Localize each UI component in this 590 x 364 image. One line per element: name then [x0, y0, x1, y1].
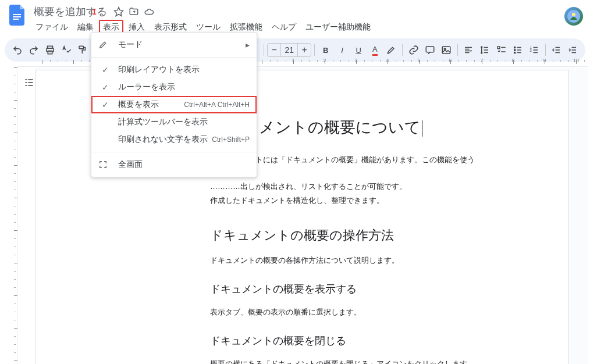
highlight-button[interactable] [383, 42, 399, 58]
indent-increase-button[interactable] [565, 42, 581, 58]
menu-accessibility[interactable]: ユーザー補助機能 [301, 20, 375, 35]
svg-rect-12 [497, 47, 500, 49]
font-size-value[interactable]: 21 [280, 44, 298, 56]
link-button[interactable] [406, 42, 421, 58]
menu-help[interactable]: ヘルプ [268, 20, 300, 35]
cloud-status-icon[interactable] [143, 6, 155, 17]
font-size-control: − 21 + [267, 43, 311, 57]
document-title[interactable]: 概要を追加する [31, 5, 109, 19]
dd-nonprint-shortcut: Ctrl+Shift+P [212, 135, 250, 144]
paint-format-button[interactable] [75, 42, 91, 58]
paragraph[interactable]: 表示タブ、概要の表示の順番に選択します。 [210, 306, 487, 319]
dd-ruler[interactable]: ✓ ルーラーを表示 [91, 78, 257, 96]
dd-print-layout-label: 印刷レイアウトを表示 [118, 65, 250, 75]
dd-fullscreen-label: 全画面 [118, 159, 250, 170]
svg-rect-10 [442, 47, 450, 53]
image-button[interactable] [438, 42, 454, 58]
italic-button[interactable]: I [334, 42, 350, 58]
heading-2[interactable]: ドキュメントの概要の操作方法 [210, 227, 487, 244]
move-folder-icon[interactable] [128, 6, 140, 17]
svg-point-4 [572, 13, 575, 16]
redo-button[interactable] [26, 42, 41, 58]
dd-outline-label: 概要を表示 [118, 99, 184, 110]
svg-rect-1 [13, 16, 21, 17]
font-size-increase[interactable]: + [298, 45, 311, 55]
account-avatar[interactable] [564, 7, 583, 26]
star-icon[interactable] [113, 6, 125, 17]
annotation-1: 1 [92, 7, 97, 16]
spellcheck-button[interactable] [59, 42, 74, 58]
checklist-button[interactable] [493, 42, 509, 58]
numbered-list-button[interactable]: 12 [526, 42, 542, 58]
line-spacing-button[interactable] [477, 42, 493, 58]
dd-mode[interactable]: モード ▸ [91, 36, 257, 53]
comment-button[interactable] [422, 42, 438, 58]
bold-button[interactable]: B [318, 42, 333, 58]
menu-file[interactable]: ファイル [31, 20, 72, 35]
dd-equation[interactable]: 計算式ツールバーを表示 [91, 113, 257, 131]
dd-ruler-label: ルーラーを表示 [118, 82, 250, 92]
vertical-ruler[interactable] [8, 67, 17, 364]
svg-rect-8 [79, 46, 84, 49]
view-dropdown: モード ▸ ✓ 印刷レイアウトを表示 ✓ ルーラーを表示 ✓ 概要を表示 Ctr… [91, 32, 257, 177]
text-color-button[interactable]: A [367, 42, 383, 58]
chevron-right-icon: ▸ [246, 40, 250, 49]
check-icon: ✓ [98, 83, 112, 92]
paragraph[interactable]: 概要の横にある「ドキュメントの概要を閉じる」アイコンをクリックします。 [210, 358, 487, 364]
bullet-list-button[interactable] [510, 42, 525, 58]
dd-fullscreen[interactable]: 全画面 [91, 156, 257, 173]
heading-3[interactable]: ドキュメントの概要を表示する [210, 282, 487, 296]
font-size-decrease[interactable]: − [268, 45, 280, 55]
print-button[interactable] [42, 42, 58, 58]
dd-nonprint-label: 印刷されない文字を表示 [118, 134, 212, 145]
indent-decrease-button[interactable] [549, 42, 564, 58]
dd-outline[interactable]: ✓ 概要を表示 Ctrl+Alt+A Ctrl+Alt+H [91, 96, 257, 113]
dd-equation-label: 計算式ツールバーを表示 [118, 117, 250, 127]
svg-rect-0 [13, 14, 21, 15]
svg-point-13 [514, 47, 515, 48]
fullscreen-icon [98, 160, 112, 169]
paragraph[interactable]: ドキュメントの概要の各操作方法について説明します。 [210, 255, 487, 267]
heading-3[interactable]: ドキュメントの概要を閉じる [210, 334, 487, 348]
svg-point-14 [514, 49, 515, 51]
undo-button[interactable] [9, 42, 25, 58]
dd-print-layout[interactable]: ✓ 印刷レイアウトを表示 [91, 61, 257, 78]
check-icon: ✓ [98, 65, 112, 74]
underline-button[interactable]: U [351, 42, 367, 58]
paragraph[interactable]: …………出しが検出され、リスト化することが可能です。 [210, 181, 487, 193]
pencil-icon [98, 40, 112, 49]
dd-mode-label: モード [118, 40, 246, 50]
align-button[interactable] [461, 42, 477, 58]
dd-nonprint[interactable]: 印刷されない文字を表示 Ctrl+Shift+P [91, 131, 257, 148]
dd-outline-shortcut: Ctrl+Alt+A Ctrl+Alt+H [184, 101, 250, 109]
svg-rect-2 [13, 19, 19, 20]
svg-rect-9 [426, 47, 434, 52]
paragraph[interactable]: 作成したドキュメントを構造化し、整理できます。 [210, 195, 487, 207]
check-icon: ✓ [98, 100, 112, 109]
docs-logo[interactable] [7, 5, 28, 26]
svg-point-15 [514, 52, 515, 53]
svg-text:2: 2 [529, 49, 532, 52]
text-cursor [422, 120, 422, 137]
